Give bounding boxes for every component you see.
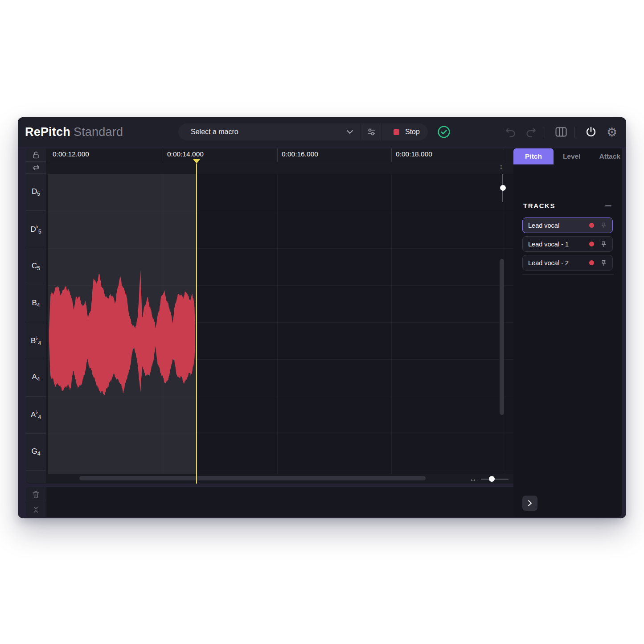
- timeline-tick: [163, 148, 163, 162]
- columns-icon: [555, 127, 567, 137]
- unlock-icon: [32, 151, 40, 159]
- track-label: Lead vocal: [528, 222, 589, 229]
- timeline-timestamp: 0:00:18.000: [396, 150, 432, 158]
- tab-level[interactable]: Level: [554, 148, 590, 164]
- timeline-ruler[interactable]: 0:00:12.0000:00:14.0000:00:16.0000:00:18…: [48, 148, 526, 162]
- record-dot-icon: [589, 223, 594, 228]
- timeline-tick: [391, 148, 392, 162]
- tab-attack[interactable]: Attack: [590, 148, 630, 164]
- stop-button[interactable]: Stop: [381, 123, 428, 140]
- trash-icon: [32, 491, 40, 499]
- record-dot-icon: [589, 242, 594, 246]
- sliders-icon: [367, 128, 376, 136]
- check-circle-icon: [437, 125, 451, 139]
- loop-toggle[interactable]: [26, 162, 46, 174]
- undo-icon: [505, 126, 517, 138]
- macro-select[interactable]: Select a macro: [178, 123, 361, 140]
- loop-icon: [32, 164, 40, 171]
- pitch-editor-canvas[interactable]: [48, 174, 526, 474]
- macro-select-value: Select a macro: [191, 128, 238, 136]
- note-label-bb4[interactable]: B♭4: [26, 322, 46, 359]
- note-label-g4[interactable]: G4: [26, 434, 46, 471]
- horizontal-scrollbar-thumb[interactable]: [79, 476, 426, 480]
- bottom-panel: [26, 487, 526, 517]
- playhead-line: [196, 164, 197, 484]
- track-row[interactable]: Lead vocal: [522, 217, 613, 233]
- vertical-zoom-knob[interactable]: [500, 185, 506, 191]
- expand-panel-button[interactable]: [522, 496, 537, 511]
- redo-icon: [525, 126, 537, 138]
- track-row[interactable]: Lead vocal - 1: [522, 236, 613, 252]
- gear-icon: ⚙: [607, 126, 617, 138]
- track-label: Lead vocal - 1: [528, 241, 589, 248]
- chevron-right-icon: [527, 500, 533, 507]
- tracks-divider: [522, 274, 614, 275]
- collapse-tracks-button[interactable]: [605, 202, 612, 209]
- status-check-badge: [437, 125, 451, 139]
- lock-toggle[interactable]: [26, 148, 46, 162]
- track-list: Lead vocalLead vocal - 1Lead vocal - 2: [522, 217, 613, 274]
- rail-footer-cell: [26, 471, 46, 483]
- stop-button-label: Stop: [405, 128, 420, 136]
- app-title-light: Standard: [74, 125, 123, 139]
- macro-pill: Select a macro Stop: [178, 123, 428, 140]
- horizontal-zoom-track: [481, 479, 509, 480]
- redo-button[interactable]: [524, 125, 538, 139]
- timeline-tick: [506, 148, 506, 162]
- editor-main-area: D5D♭5C5B4B♭4A4A♭4G4 0:00:12.0000:00:14.0…: [26, 148, 526, 484]
- pin-icon[interactable]: [600, 259, 607, 267]
- horizontal-scrollbar: [48, 474, 526, 484]
- stop-icon: [394, 129, 399, 135]
- note-label-b4[interactable]: B4: [26, 285, 46, 322]
- horizontal-zoom-control: ↔: [469, 475, 523, 484]
- app-title: RePitchStandard: [25, 125, 123, 139]
- track-row[interactable]: Lead vocal - 2: [522, 255, 613, 271]
- timeline-timestamp: 0:00:16.000: [282, 150, 318, 158]
- chevron-down-icon: [346, 130, 353, 134]
- pin-icon[interactable]: [600, 241, 607, 248]
- power-button[interactable]: [584, 125, 598, 139]
- macro-settings-button[interactable]: [361, 123, 381, 140]
- record-dot-icon: [589, 260, 594, 265]
- app-window: RePitchStandard Select a macro: [18, 117, 626, 518]
- collapse-vertical-icon: [32, 506, 40, 513]
- settings-button[interactable]: ⚙: [605, 125, 619, 139]
- horizontal-zoom-knob[interactable]: [489, 476, 495, 482]
- tracks-title: TRACKS: [523, 202, 555, 209]
- layout-columns-button[interactable]: [554, 125, 568, 139]
- note-label-a4[interactable]: A4: [26, 359, 46, 396]
- collapse-panel-button[interactable]: [26, 502, 46, 517]
- note-label-ab4[interactable]: A♭4: [26, 397, 46, 434]
- waveform: [48, 174, 526, 474]
- track-label: Lead vocal - 2: [528, 259, 589, 267]
- delete-button[interactable]: [26, 487, 46, 502]
- undo-button[interactable]: [503, 125, 517, 139]
- tab-pitch[interactable]: Pitch: [513, 148, 554, 164]
- pin-icon[interactable]: [600, 222, 607, 229]
- timeline-tick: [277, 148, 278, 162]
- timeline-timestamp: 0:00:12.000: [53, 150, 89, 158]
- playhead-marker[interactable]: [193, 159, 200, 164]
- vertical-zoom-icon: ↕: [499, 163, 503, 172]
- timeline-timestamp: 0:00:14.000: [167, 150, 204, 158]
- note-label-c5[interactable]: C5: [26, 248, 46, 285]
- app-title-bold: RePitch: [25, 125, 70, 139]
- note-label-db5[interactable]: D♭5: [26, 211, 46, 248]
- power-icon: [585, 126, 597, 138]
- tracks-header: TRACKS: [523, 202, 612, 209]
- note-label-d5[interactable]: D5: [26, 174, 46, 211]
- top-bar: RePitchStandard Select a macro: [18, 117, 626, 147]
- right-panel: PitchLevelAttack TRACKS Lead vocalLead v…: [513, 148, 622, 517]
- horizontal-zoom-icon: ↔: [469, 475, 477, 484]
- toolbar-separator: [574, 127, 575, 138]
- toolbar-separator: [545, 127, 545, 138]
- panel-tabs: PitchLevelAttack: [513, 148, 622, 164]
- minus-icon: [605, 205, 611, 206]
- vertical-scrollbar-thumb[interactable]: [500, 259, 504, 415]
- loop-lane[interactable]: [48, 162, 526, 174]
